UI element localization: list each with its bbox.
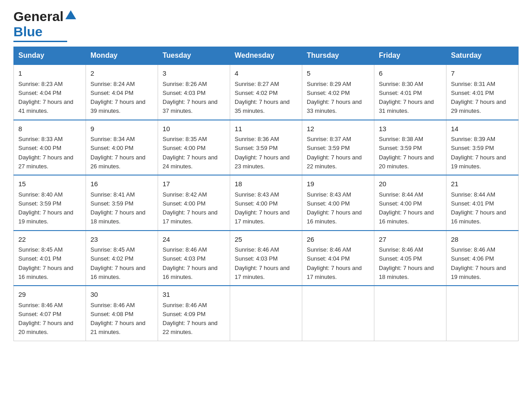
page-header: General Blue xyxy=(13,9,519,42)
day-number: 14 xyxy=(451,124,514,134)
day-sunrise: Sunrise: 8:33 AM xyxy=(18,136,63,142)
day-sunset: Sunset: 4:02 PM xyxy=(235,90,278,96)
calendar-cell: 4 Sunrise: 8:27 AM Sunset: 4:02 PM Dayli… xyxy=(230,64,302,120)
day-sunrise: Sunrise: 8:45 AM xyxy=(90,246,135,253)
calendar-cell xyxy=(446,286,519,341)
day-sunrise: Sunrise: 8:35 AM xyxy=(163,136,207,142)
day-sunrise: Sunrise: 8:44 AM xyxy=(451,191,495,198)
day-header-monday: Monday xyxy=(86,47,158,65)
day-daylight: Daylight: 7 hours and 41 minutes. xyxy=(18,98,73,114)
day-sunset: Sunset: 4:06 PM xyxy=(451,255,494,262)
day-sunset: Sunset: 4:05 PM xyxy=(379,255,422,262)
day-sunrise: Sunrise: 8:43 AM xyxy=(235,191,279,198)
day-daylight: Daylight: 7 hours and 27 minutes. xyxy=(18,154,73,170)
day-sunset: Sunset: 4:08 PM xyxy=(90,311,133,317)
day-daylight: Daylight: 7 hours and 16 minutes. xyxy=(163,265,218,280)
day-sunset: Sunset: 4:04 PM xyxy=(307,255,350,262)
day-number: 16 xyxy=(90,179,153,189)
day-daylight: Daylight: 7 hours and 18 minutes. xyxy=(90,209,146,225)
day-number: 2 xyxy=(90,68,153,79)
day-daylight: Daylight: 7 hours and 29 minutes. xyxy=(451,98,506,114)
calendar-cell: 25 Sunrise: 8:46 AM Sunset: 4:03 PM Dayl… xyxy=(230,231,302,286)
day-number: 6 xyxy=(379,68,442,79)
day-number: 26 xyxy=(307,235,369,245)
logo-general-text: General xyxy=(13,9,64,24)
calendar-week-row: 15 Sunrise: 8:40 AM Sunset: 3:59 PM Dayl… xyxy=(14,175,519,231)
day-sunrise: Sunrise: 8:45 AM xyxy=(18,246,63,253)
logo-triangle-icon xyxy=(64,9,77,22)
day-number: 29 xyxy=(18,290,81,300)
calendar-cell: 1 Sunrise: 8:23 AM Sunset: 4:04 PM Dayli… xyxy=(14,64,86,120)
day-sunrise: Sunrise: 8:27 AM xyxy=(235,81,279,87)
day-daylight: Daylight: 7 hours and 22 minutes. xyxy=(307,154,362,170)
day-sunset: Sunset: 3:59 PM xyxy=(90,200,133,207)
calendar-cell: 11 Sunrise: 8:36 AM Sunset: 3:59 PM Dayl… xyxy=(230,120,302,176)
calendar-cell: 6 Sunrise: 8:30 AM Sunset: 4:01 PM Dayli… xyxy=(374,64,446,120)
calendar-cell xyxy=(302,286,374,341)
calendar-cell: 5 Sunrise: 8:29 AM Sunset: 4:02 PM Dayli… xyxy=(302,64,374,120)
day-sunset: Sunset: 4:02 PM xyxy=(307,90,350,96)
day-number: 24 xyxy=(163,235,225,245)
day-header-sunday: Sunday xyxy=(14,47,86,65)
day-number: 30 xyxy=(90,290,153,300)
calendar-cell: 31 Sunrise: 8:46 AM Sunset: 4:09 PM Dayl… xyxy=(158,286,230,341)
day-number: 7 xyxy=(451,68,514,79)
day-sunset: Sunset: 4:00 PM xyxy=(18,145,61,151)
day-sunset: Sunset: 4:00 PM xyxy=(379,200,422,207)
day-number: 1 xyxy=(18,68,81,79)
day-sunrise: Sunrise: 8:29 AM xyxy=(307,81,351,87)
day-sunrise: Sunrise: 8:43 AM xyxy=(307,191,351,198)
day-daylight: Daylight: 7 hours and 17 minutes. xyxy=(235,265,290,280)
calendar-cell: 19 Sunrise: 8:43 AM Sunset: 4:00 PM Dayl… xyxy=(302,175,374,231)
day-number: 23 xyxy=(90,235,153,245)
calendar-cell: 3 Sunrise: 8:26 AM Sunset: 4:03 PM Dayli… xyxy=(158,64,230,120)
calendar-week-row: 8 Sunrise: 8:33 AM Sunset: 4:00 PM Dayli… xyxy=(14,120,519,176)
day-sunrise: Sunrise: 8:24 AM xyxy=(90,81,135,87)
calendar-cell: 28 Sunrise: 8:46 AM Sunset: 4:06 PM Dayl… xyxy=(446,231,519,286)
calendar-cell: 2 Sunrise: 8:24 AM Sunset: 4:04 PM Dayli… xyxy=(86,64,158,120)
day-sunset: Sunset: 4:04 PM xyxy=(90,90,133,96)
calendar-cell: 29 Sunrise: 8:46 AM Sunset: 4:07 PM Dayl… xyxy=(14,286,86,341)
day-sunrise: Sunrise: 8:31 AM xyxy=(451,81,495,87)
day-number: 18 xyxy=(235,179,297,189)
day-daylight: Daylight: 7 hours and 20 minutes. xyxy=(18,320,73,335)
calendar-cell: 14 Sunrise: 8:39 AM Sunset: 3:59 PM Dayl… xyxy=(446,120,519,176)
day-number: 3 xyxy=(163,68,225,79)
calendar-header-row: SundayMondayTuesdayWednesdayThursdayFrid… xyxy=(14,47,519,65)
day-number: 22 xyxy=(18,235,81,245)
day-sunrise: Sunrise: 8:26 AM xyxy=(163,81,207,87)
day-daylight: Daylight: 7 hours and 26 minutes. xyxy=(90,154,146,170)
day-sunset: Sunset: 4:01 PM xyxy=(451,200,494,207)
calendar-week-row: 1 Sunrise: 8:23 AM Sunset: 4:04 PM Dayli… xyxy=(14,64,519,120)
calendar-cell: 23 Sunrise: 8:45 AM Sunset: 4:02 PM Dayl… xyxy=(86,231,158,286)
day-number: 12 xyxy=(307,124,369,134)
calendar-table: SundayMondayTuesdayWednesdayThursdayFrid… xyxy=(13,47,519,341)
day-sunrise: Sunrise: 8:46 AM xyxy=(163,246,207,253)
day-sunrise: Sunrise: 8:23 AM xyxy=(18,81,63,87)
day-sunrise: Sunrise: 8:46 AM xyxy=(235,246,279,253)
calendar-week-row: 29 Sunrise: 8:46 AM Sunset: 4:07 PM Dayl… xyxy=(14,286,519,341)
calendar-cell: 20 Sunrise: 8:44 AM Sunset: 4:00 PM Dayl… xyxy=(374,175,446,231)
day-sunset: Sunset: 4:00 PM xyxy=(163,200,206,207)
day-number: 10 xyxy=(163,124,225,134)
day-daylight: Daylight: 7 hours and 19 minutes. xyxy=(451,154,506,170)
calendar-cell: 12 Sunrise: 8:37 AM Sunset: 3:59 PM Dayl… xyxy=(302,120,374,176)
day-sunrise: Sunrise: 8:30 AM xyxy=(379,81,423,87)
day-sunset: Sunset: 4:01 PM xyxy=(379,90,422,96)
day-sunset: Sunset: 3:59 PM xyxy=(451,145,494,151)
day-daylight: Daylight: 7 hours and 39 minutes. xyxy=(90,98,146,114)
day-number: 9 xyxy=(90,124,153,134)
day-sunrise: Sunrise: 8:46 AM xyxy=(163,302,207,308)
day-sunrise: Sunrise: 8:40 AM xyxy=(18,191,63,198)
day-daylight: Daylight: 7 hours and 31 minutes. xyxy=(379,98,434,114)
day-number: 20 xyxy=(379,179,442,189)
calendar-cell: 16 Sunrise: 8:41 AM Sunset: 3:59 PM Dayl… xyxy=(86,175,158,231)
calendar-cell: 10 Sunrise: 8:35 AM Sunset: 4:00 PM Dayl… xyxy=(158,120,230,176)
day-number: 19 xyxy=(307,179,369,189)
day-sunset: Sunset: 4:03 PM xyxy=(163,90,206,96)
calendar-cell: 13 Sunrise: 8:38 AM Sunset: 3:59 PM Dayl… xyxy=(374,120,446,176)
day-sunset: Sunset: 4:07 PM xyxy=(18,311,61,317)
day-daylight: Daylight: 7 hours and 22 minutes. xyxy=(163,320,218,335)
day-number: 28 xyxy=(451,235,514,245)
day-header-tuesday: Tuesday xyxy=(158,47,230,65)
